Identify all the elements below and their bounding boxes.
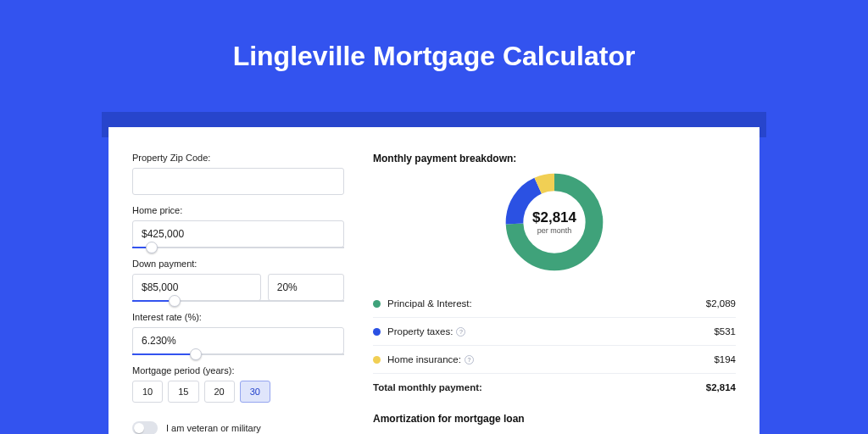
period-option-30[interactable]: 30 xyxy=(240,381,270,403)
breakdown-donut: $2,814 per month xyxy=(502,170,607,275)
period-label: Mortgage period (years): xyxy=(132,365,344,376)
page-title: Lingleville Mortgage Calculator xyxy=(0,41,868,72)
period-option-10[interactable]: 10 xyxy=(132,381,163,403)
price-slider[interactable] xyxy=(132,247,344,248)
legend-value: $194 xyxy=(714,354,736,364)
period-buttons: 10 15 20 30 xyxy=(132,381,344,403)
legend-value: $2,089 xyxy=(706,298,736,309)
legend-row-principal: Principal & Interest: $2,089 xyxy=(373,290,736,318)
rate-input[interactable] xyxy=(132,327,344,354)
dot-icon xyxy=(373,328,381,336)
legend-label: Home insurance: ? xyxy=(387,354,474,364)
legend-label: Total monthly payment: xyxy=(373,382,482,392)
rate-label: Interest rate (%): xyxy=(132,312,344,322)
legend-row-taxes: Property taxes: ? $531 xyxy=(373,318,736,346)
legend-value: $2,814 xyxy=(706,382,736,392)
calculator-card: Property Zip Code: Home price: Down paym… xyxy=(108,127,760,434)
down-label: Down payment: xyxy=(132,259,344,269)
price-slider-knob[interactable] xyxy=(146,242,158,253)
breakdown-legend: Principal & Interest: $2,089 Property ta… xyxy=(373,290,736,401)
price-input[interactable] xyxy=(132,220,344,248)
price-label: Home price: xyxy=(132,205,344,215)
legend-label: Property taxes: ? xyxy=(387,326,465,337)
breakdown-panel: Monthly payment breakdown: $2,814 per mo… xyxy=(373,153,736,434)
veteran-toggle[interactable] xyxy=(132,421,158,434)
zip-input[interactable] xyxy=(132,168,344,195)
rate-slider[interactable] xyxy=(132,353,344,355)
legend-value: $531 xyxy=(714,326,736,337)
period-option-15[interactable]: 15 xyxy=(168,381,198,403)
down-amount-input[interactable] xyxy=(132,274,261,301)
down-slider-knob[interactable] xyxy=(169,295,181,307)
legend-row-insurance: Home insurance: ? $194 xyxy=(373,346,736,374)
info-icon[interactable]: ? xyxy=(456,327,465,337)
info-icon[interactable]: ? xyxy=(465,355,474,364)
legend-row-total: Total monthly payment: $2,814 xyxy=(373,374,736,401)
legend-label: Principal & Interest: xyxy=(387,298,472,309)
dot-icon xyxy=(373,300,381,308)
down-percent-input[interactable] xyxy=(268,274,344,301)
breakdown-title: Monthly payment breakdown: xyxy=(373,153,736,164)
donut-sub: per month xyxy=(537,226,572,235)
donut-amount: $2,814 xyxy=(532,209,576,226)
rate-slider-knob[interactable] xyxy=(190,348,202,360)
amortization-title: Amortization for mortgage loan xyxy=(373,413,736,425)
veteran-label: I am veteran or military xyxy=(166,423,261,433)
form-panel: Property Zip Code: Home price: Down paym… xyxy=(132,153,344,434)
dot-icon xyxy=(373,356,381,364)
zip-label: Property Zip Code: xyxy=(132,153,344,163)
down-slider[interactable] xyxy=(132,300,344,302)
period-option-20[interactable]: 20 xyxy=(204,381,235,403)
